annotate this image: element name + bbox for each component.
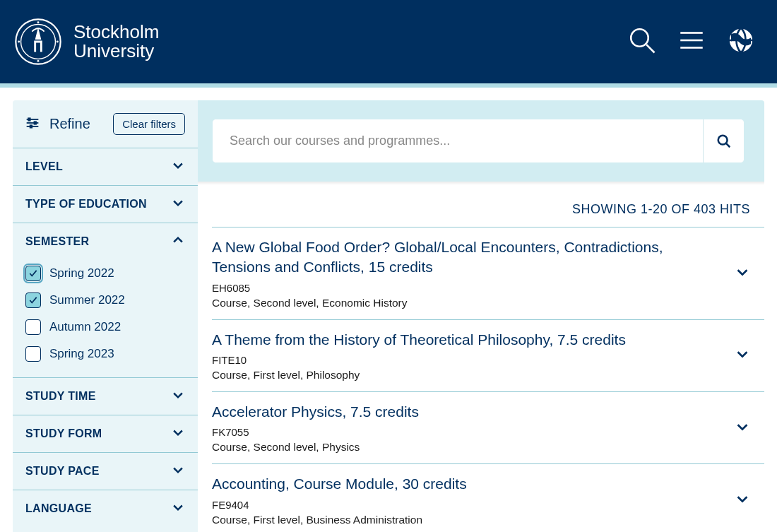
svg-point-5 xyxy=(57,41,59,43)
brand-line1: Stockholm xyxy=(73,23,159,42)
filter-title: STUDY FORM xyxy=(25,427,102,440)
result-title: Accounting, Course Module, 30 credits xyxy=(212,474,720,494)
filter-header[interactable]: LEVEL xyxy=(13,148,198,185)
option-label: Autumn 2022 xyxy=(49,320,121,334)
result-code: EH6085 xyxy=(212,282,720,294)
chevron-down-icon xyxy=(735,419,750,437)
result-content: Accounting, Course Module, 30 credits FE… xyxy=(212,474,720,526)
filter-group: SEMESTER Spring 2022 Summer 2022 Autumn … xyxy=(13,223,198,377)
chevron-down-icon xyxy=(171,158,185,175)
option-label: Summer 2022 xyxy=(49,293,125,307)
filter-header[interactable]: STUDY FORM xyxy=(13,415,198,452)
result-item[interactable]: Accelerator Physics, 7.5 credits FK7055 … xyxy=(212,391,764,463)
filter-sidebar: Refine Clear filters LEVEL TYPE OF EDUCA… xyxy=(13,100,198,532)
result-item[interactable]: Accounting, Course Module, 30 credits FE… xyxy=(212,463,764,532)
svg-point-2 xyxy=(37,60,40,62)
clear-filters-button[interactable]: Clear filters xyxy=(113,113,185,135)
result-code: FE9404 xyxy=(212,499,720,511)
chevron-down-icon xyxy=(735,264,750,283)
result-content: A Theme from the History of Theoretical … xyxy=(212,330,720,382)
filter-group: STUDY FORM xyxy=(13,415,198,452)
search-panel xyxy=(198,100,764,182)
result-meta: Course, Second level, Economic History xyxy=(212,297,720,309)
option-label: Spring 2022 xyxy=(49,266,114,280)
search-icon[interactable] xyxy=(627,25,657,58)
site-header: Stockholm University xyxy=(0,0,777,83)
chevron-down-icon xyxy=(171,463,185,480)
filter-title: STUDY TIME xyxy=(25,390,96,403)
main-content: SHOWING 1-20 OF 403 HITS A New Global Fo… xyxy=(198,100,764,532)
chevron-down-icon xyxy=(735,346,750,365)
filter-option[interactable]: Spring 2023 xyxy=(25,341,185,367)
filter-group: TYPE OF EDUCATION xyxy=(13,185,198,223)
filter-title: STUDY PACE xyxy=(25,465,100,478)
filter-option[interactable]: Autumn 2022 xyxy=(25,314,185,341)
svg-point-4 xyxy=(18,41,20,43)
checkbox[interactable] xyxy=(25,346,41,362)
filter-group: STUDY PACE xyxy=(13,452,198,490)
page-content: Refine Clear filters LEVEL TYPE OF EDUCA… xyxy=(0,88,777,532)
filter-header[interactable]: STUDY TIME xyxy=(13,378,198,415)
svg-rect-17 xyxy=(30,125,32,127)
chevron-down-icon xyxy=(171,500,185,517)
svg-rect-16 xyxy=(35,122,37,124)
result-item[interactable]: A Theme from the History of Theoretical … xyxy=(212,319,764,391)
brand-text: Stockholm University xyxy=(73,23,159,61)
result-meta: Course, Second level, Physics xyxy=(212,441,720,454)
chevron-down-icon xyxy=(735,491,750,509)
result-meta: Course, First level, Business Administra… xyxy=(212,514,720,526)
refine-label: Refine xyxy=(49,116,90,132)
svg-point-3 xyxy=(37,21,40,23)
filter-title: LANGUAGE xyxy=(25,502,92,515)
option-label: Spring 2023 xyxy=(49,347,114,361)
filter-group: LEVEL xyxy=(13,148,198,185)
chevron-up-icon xyxy=(171,233,185,250)
filter-options: Spring 2022 Summer 2022 Autumn 2022 Spri… xyxy=(13,260,198,377)
result-code: FITE10 xyxy=(212,354,720,366)
result-title: A Theme from the History of Theoretical … xyxy=(212,330,720,350)
menu-icon[interactable] xyxy=(677,25,706,58)
checkbox[interactable] xyxy=(25,319,41,335)
checkbox[interactable] xyxy=(25,266,41,281)
result-content: Accelerator Physics, 7.5 credits FK7055 … xyxy=(212,402,720,454)
result-title: Accelerator Physics, 7.5 credits xyxy=(212,402,720,422)
search-input[interactable] xyxy=(213,119,703,162)
result-title: A New Global Food Order? Global/Local En… xyxy=(212,237,720,278)
refine-header: Refine Clear filters xyxy=(13,113,198,148)
filter-title: SEMESTER xyxy=(25,235,89,248)
result-meta: Course, First level, Philosophy xyxy=(212,369,720,382)
filter-header[interactable]: SEMESTER xyxy=(13,223,198,260)
search-box xyxy=(212,119,745,163)
filter-group: STUDY TIME xyxy=(13,377,198,415)
svg-point-6 xyxy=(631,29,648,47)
header-actions xyxy=(627,25,756,58)
filter-option[interactable]: Summer 2022 xyxy=(25,287,185,314)
result-content: A New Global Food Order? Global/Local En… xyxy=(212,237,720,309)
filter-header[interactable]: TYPE OF EDUCATION xyxy=(13,186,198,223)
filter-option[interactable]: Spring 2022 xyxy=(25,260,185,287)
filter-title: LEVEL xyxy=(25,160,63,173)
svg-line-19 xyxy=(726,143,730,147)
university-seal-icon xyxy=(13,16,64,67)
result-item[interactable]: A New Global Food Order? Global/Local En… xyxy=(212,227,764,319)
filter-header[interactable]: STUDY PACE xyxy=(13,453,198,490)
svg-rect-15 xyxy=(28,118,30,120)
sliders-icon xyxy=(25,116,40,133)
result-code: FK7055 xyxy=(212,426,720,438)
search-button[interactable] xyxy=(703,119,744,162)
results-list: A New Global Food Order? Global/Local En… xyxy=(198,227,764,532)
chevron-down-icon xyxy=(171,388,185,405)
filter-group: LANGUAGE xyxy=(13,490,198,527)
svg-line-7 xyxy=(646,45,654,52)
filter-title: TYPE OF EDUCATION xyxy=(25,198,147,211)
brand-line2: University xyxy=(73,42,159,61)
globe-icon[interactable] xyxy=(726,25,756,58)
chevron-down-icon xyxy=(171,196,185,213)
checkbox[interactable] xyxy=(25,292,41,308)
results-count: SHOWING 1-20 OF 403 HITS xyxy=(198,185,764,227)
logo[interactable]: Stockholm University xyxy=(13,16,159,67)
chevron-down-icon xyxy=(171,425,185,442)
filter-header[interactable]: LANGUAGE xyxy=(13,490,198,527)
svg-point-18 xyxy=(718,135,727,144)
